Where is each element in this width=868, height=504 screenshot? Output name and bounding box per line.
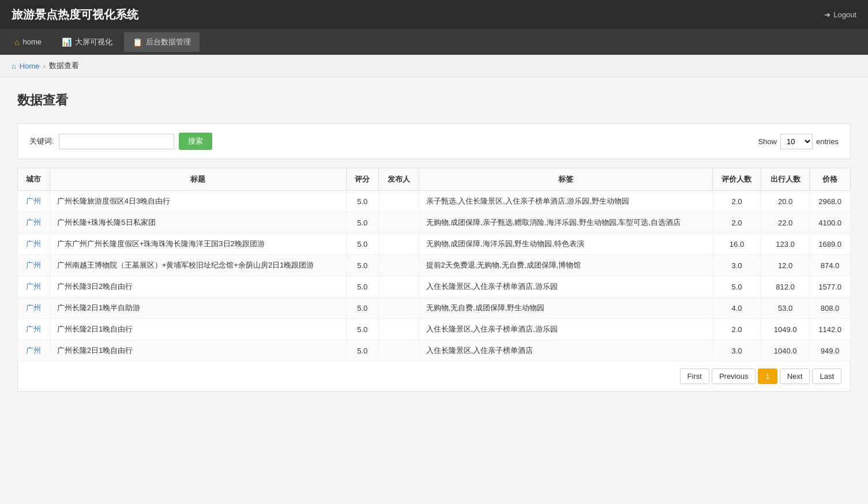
th-rating: 评分 (346, 168, 378, 191)
cell-city-7[interactable]: 广州 (18, 340, 50, 362)
cell-rating-6: 5.0 (346, 319, 378, 340)
menu-item-home[interactable]: ⌂ home (6, 33, 50, 51)
cell-travelers-1: 22.0 (761, 212, 810, 234)
cell-title-1: 广州长隆+珠海长隆5日私家团 (50, 212, 346, 234)
cell-city-0[interactable]: 广州 (18, 191, 50, 212)
breadcrumb-home-icon: ⌂ (12, 62, 16, 70)
cell-rating-3: 5.0 (346, 255, 378, 276)
search-input[interactable] (59, 134, 174, 149)
menu-item-datamanage[interactable]: 📋 后台数据管理 (124, 32, 200, 52)
search-button[interactable]: 搜索 (179, 133, 212, 150)
show-label: Show (758, 137, 777, 146)
home-icon: ⌂ (14, 37, 19, 47)
cell-travelers-2: 123.0 (761, 234, 810, 255)
cell-review-count-7: 3.0 (712, 340, 761, 362)
show-entries: Show 10 25 50 100 entries (758, 134, 839, 149)
cell-tags-5: 无购物,无自费,成团保障,野生动物园 (419, 298, 712, 319)
cell-price-6: 1142.0 (810, 319, 851, 340)
table-row: 广州 广州长隆旅游度假区4日3晚自由行 5.0 亲子甄选,入住长隆景区,入住亲子… (18, 191, 851, 212)
cell-publisher-5 (378, 298, 419, 319)
cell-city-6[interactable]: 广州 (18, 319, 50, 340)
breadcrumb-separator: › (43, 62, 46, 70)
cell-price-0: 2968.0 (810, 191, 851, 212)
last-button[interactable]: Last (812, 368, 841, 384)
cell-review-count-6: 2.0 (712, 319, 761, 340)
cell-publisher-7 (378, 340, 419, 362)
pagination-area: First Previous 1 Next Last (17, 362, 851, 392)
cell-publisher-3 (378, 255, 419, 276)
cell-city-3[interactable]: 广州 (18, 255, 50, 276)
cell-publisher-1 (378, 212, 419, 234)
cell-tags-1: 无购物,成团保障,亲子甄选,赠取消险,海洋乐园,野生动物园,车型可选,自选酒店 (419, 212, 712, 234)
menu-item-bigscreen[interactable]: 📊 大屏可视化 (53, 32, 121, 52)
cell-rating-4: 5.0 (346, 276, 378, 298)
data-icon: 📋 (133, 37, 142, 47)
current-page-button[interactable]: 1 (758, 368, 777, 384)
cell-price-3: 874.0 (810, 255, 851, 276)
cell-city-2[interactable]: 广州 (18, 234, 50, 255)
th-city: 城市 (18, 168, 50, 191)
logout-arrow-icon: ➜ (824, 10, 831, 19)
entries-select[interactable]: 10 25 50 100 (780, 134, 813, 149)
cell-city-5[interactable]: 广州 (18, 298, 50, 319)
breadcrumb: ⌂ Home › 数据查看 (0, 55, 868, 77)
cell-rating-1: 5.0 (346, 212, 378, 234)
cell-review-count-2: 16.0 (712, 234, 761, 255)
cell-price-1: 4100.0 (810, 212, 851, 234)
cell-publisher-6 (378, 319, 419, 340)
cell-review-count-3: 3.0 (712, 255, 761, 276)
cell-rating-7: 5.0 (346, 340, 378, 362)
table-row: 广州 广州长隆2日1晚自由行 5.0 入住长隆景区,入住亲子榜单酒店,游乐园 2… (18, 319, 851, 340)
cell-title-0: 广州长隆旅游度假区4日3晚自由行 (50, 191, 346, 212)
logout-label: Logout (833, 10, 856, 19)
th-publisher: 发布人 (378, 168, 419, 191)
table-row: 广州 广州长隆+珠海长隆5日私家团 5.0 无购物,成团保障,亲子甄选,赠取消险… (18, 212, 851, 234)
cell-travelers-3: 12.0 (761, 255, 810, 276)
cell-publisher-4 (378, 276, 419, 298)
cell-city-1[interactable]: 广州 (18, 212, 50, 234)
next-button[interactable]: Next (780, 368, 810, 384)
entries-label: entries (816, 137, 839, 146)
page-title: 数据查看 (17, 92, 851, 109)
top-bar: 旅游景点热度可视化系统 ➜ Logout (0, 0, 868, 29)
first-button[interactable]: First (680, 368, 709, 384)
search-label: 关键词: (29, 136, 54, 146)
app-title: 旅游景点热度可视化系统 (12, 7, 138, 22)
table-row: 广州 广东广州广州长隆度假区+珠海珠海长隆海洋王国3日2晚跟团游 5.0 无购物… (18, 234, 851, 255)
cell-tags-0: 亲子甄选,入住长隆景区,入住亲子榜单酒店,游乐园,野生动物园 (419, 191, 712, 212)
cell-price-5: 808.0 (810, 298, 851, 319)
cell-publisher-2 (378, 234, 419, 255)
cell-tags-6: 入住长隆景区,入住亲子榜单酒店,游乐园 (419, 319, 712, 340)
search-area: 关键词: 搜索 Show 10 25 50 100 entries (17, 123, 851, 159)
cell-review-count-4: 5.0 (712, 276, 761, 298)
cell-review-count-1: 2.0 (712, 212, 761, 234)
cell-title-2: 广东广州广州长隆度假区+珠海珠海长隆海洋王国3日2晚跟团游 (50, 234, 346, 255)
cell-city-4[interactable]: 广州 (18, 276, 50, 298)
cell-rating-5: 5.0 (346, 298, 378, 319)
cell-review-count-0: 2.0 (712, 191, 761, 212)
table-row: 广州 广州长隆2日1晚自由行 5.0 入住长隆景区,入住亲子榜单酒店 3.0 1… (18, 340, 851, 362)
cell-rating-0: 5.0 (346, 191, 378, 212)
cell-publisher-0 (378, 191, 419, 212)
data-table: 城市 标题 评分 发布人 标签 评价人数 出行人数 价格 广州 广州长隆旅游度假… (17, 168, 851, 362)
cell-title-6: 广州长隆2日1晚自由行 (50, 319, 346, 340)
table-row: 广州 广州长隆2日1晚半自助游 5.0 无购物,无自费,成团保障,野生动物园 4… (18, 298, 851, 319)
cell-title-7: 广州长隆2日1晚自由行 (50, 340, 346, 362)
breadcrumb-current: 数据查看 (49, 61, 79, 71)
th-travelers: 出行人数 (761, 168, 810, 191)
cell-travelers-7: 1040.0 (761, 340, 810, 362)
breadcrumb-home-link[interactable]: Home (20, 62, 40, 70)
cell-price-4: 1577.0 (810, 276, 851, 298)
th-review-count: 评价人数 (712, 168, 761, 191)
logout-button[interactable]: ➜ Logout (824, 10, 856, 19)
cell-rating-2: 5.0 (346, 234, 378, 255)
cell-review-count-5: 4.0 (712, 298, 761, 319)
cell-travelers-4: 812.0 (761, 276, 810, 298)
cell-tags-4: 入住长隆景区,入住亲子榜单酒店,游乐园 (419, 276, 712, 298)
search-left: 关键词: 搜索 (29, 133, 212, 150)
table-row: 广州 广州长隆3日2晚自由行 5.0 入住长隆景区,入住亲子榜单酒店,游乐园 5… (18, 276, 851, 298)
cell-tags-3: 提前2天免费退,无购物,无自费,成团保障,博物馆 (419, 255, 712, 276)
previous-button[interactable]: Previous (712, 368, 756, 384)
main-content: 数据查看 关键词: 搜索 Show 10 25 50 100 entries 城… (0, 77, 868, 504)
cell-title-3: 广州南越王博物院（王墓展区）+黄埔军校旧址纪念馆+余荫山房2日1晚跟团游 (50, 255, 346, 276)
